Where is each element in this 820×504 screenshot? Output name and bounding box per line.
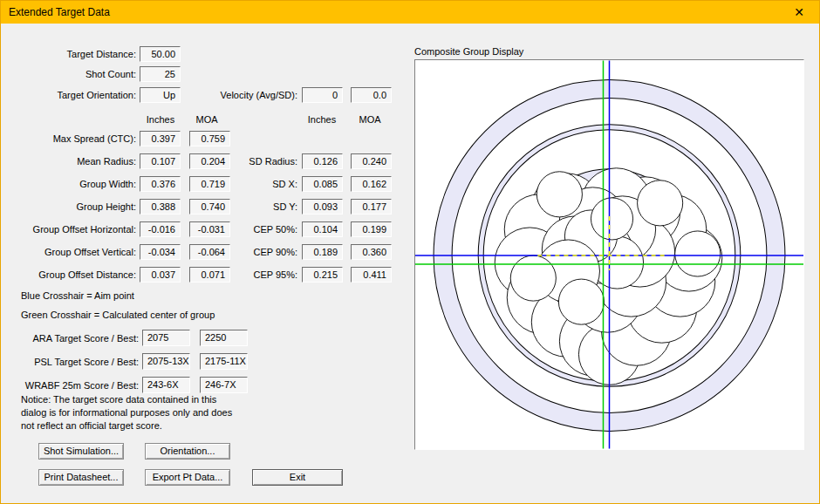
target-distance-label: Target Distance:	[1, 48, 136, 60]
cep-90-label: CEP 90%:	[1, 246, 297, 258]
cep-50-label: CEP 50%:	[1, 223, 297, 235]
sd-x-moa-value: 0.162	[351, 176, 392, 192]
wrabf-25m-score-best-value: 246-7X	[200, 377, 248, 393]
header-inches-right: Inches	[308, 114, 336, 126]
shot-circle	[510, 255, 556, 301]
cep-95-moa-value: 0.411	[351, 267, 392, 283]
sd-radius-moa-value: 0.240	[351, 153, 392, 169]
cep-50-moa-value: 0.199	[351, 221, 392, 237]
shot-circle	[675, 231, 721, 276]
cep-90-moa-value: 0.360	[351, 244, 392, 260]
psl-target-score-label: PSL Target Score / Best:	[1, 356, 139, 368]
shot-circle	[591, 198, 632, 240]
sd-x-label: SD X:	[1, 178, 297, 190]
composite-group-panel	[414, 59, 804, 450]
composite-group-display-title: Composite Group Display	[414, 45, 523, 58]
header-moa-right: MOA	[359, 114, 380, 126]
header-inches-left: Inches	[147, 114, 174, 126]
target-orientation-label: Target Orientation:	[1, 89, 136, 101]
shot-circle	[558, 279, 604, 324]
cep-95-inches-value: 0.215	[302, 267, 343, 283]
velocity-sd-value: 0.0	[351, 87, 392, 103]
notice-text-line: dialog is for informational purposes onl…	[21, 406, 232, 419]
sd-x-inches-value: 0.085	[302, 176, 343, 192]
sd-radius-inches-value: 0.126	[302, 153, 343, 169]
psl-target-score-best-value: 2175-11X	[200, 353, 248, 370]
shot-count-value: 25	[140, 66, 181, 82]
target-orientation-value: Up	[140, 87, 181, 103]
max-spread-ctc-moa-value: 0.759	[189, 131, 230, 146]
ara-target-score-label: ARA Target Score / Best:	[1, 332, 139, 344]
wrabf-25m-score-value: 243-6X	[142, 377, 190, 393]
notice-text-line: not reflect an official target score.	[21, 419, 162, 432]
ara-target-score-value: 2075	[142, 330, 190, 346]
cep-50-inches-value: 0.104	[302, 221, 343, 237]
notice-text-line: Notice: The target score data contained …	[21, 393, 216, 406]
shot-count-label: Shot Count:	[1, 68, 136, 80]
crosshair-legend-line: Blue Crosshair = Aim point	[21, 289, 134, 303]
header-moa-left: MOA	[195, 114, 217, 126]
psl-target-score-value: 2075-13X	[142, 353, 190, 370]
close-icon[interactable]: ✕	[788, 1, 810, 24]
sd-y-moa-value: 0.177	[351, 199, 392, 215]
sd-y-inches-value: 0.093	[302, 199, 343, 215]
max-spread-ctc-label: Max Spread (CTC):	[1, 133, 136, 145]
window-title: Extended Target Data	[1, 6, 110, 18]
shot-simulation-button[interactable]: Shot Simulation...	[38, 443, 124, 460]
composite-target-svg	[415, 60, 803, 449]
print-datasheet-button[interactable]: Print Datasheet...	[38, 469, 124, 486]
title-bar: Extended Target Data ✕	[1, 1, 819, 24]
shot-circle	[536, 172, 582, 217]
sd-y-label: SD Y:	[1, 201, 297, 213]
ara-target-score-best-value: 2250	[200, 330, 248, 346]
exit-button[interactable]: Exit	[252, 469, 343, 486]
cep-95-label: CEP 95%:	[1, 269, 297, 281]
sd-radius-label: SD Radius:	[1, 155, 297, 167]
export-pt-data-button[interactable]: Export Pt Data...	[145, 469, 230, 486]
velocity-avg-value: 0	[302, 87, 343, 103]
wrabf-25m-score-label: WRABF 25m Score / Best:	[1, 379, 139, 392]
crosshair-legend-line: Green Crosshair = Calculated center of g…	[21, 309, 215, 322]
shot-circle	[638, 180, 683, 226]
cep-90-inches-value: 0.189	[302, 244, 343, 260]
orientation-button[interactable]: Orientation...	[145, 443, 230, 460]
target-distance-value: 50.00	[140, 46, 181, 62]
max-spread-ctc-inches-value: 0.397	[140, 131, 181, 146]
